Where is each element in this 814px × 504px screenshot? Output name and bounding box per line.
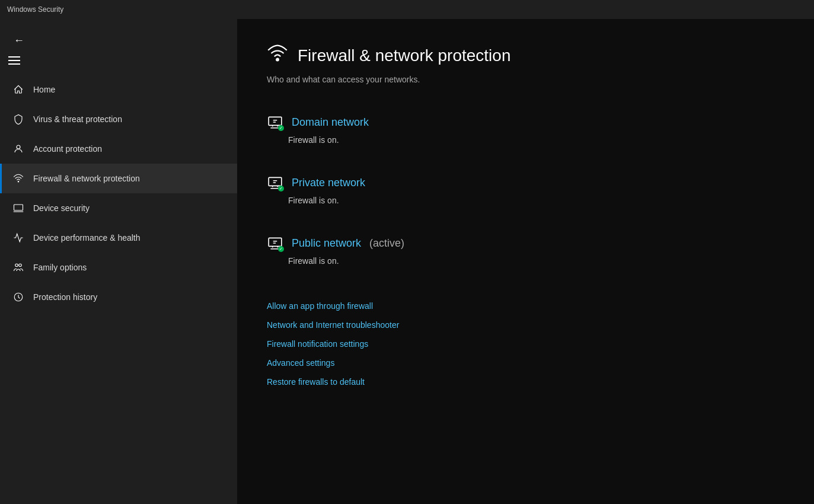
svg-point-4 <box>19 264 22 267</box>
public-network-icon: ✓ <box>267 235 283 251</box>
notification-settings-link[interactable]: Firewall notification settings <box>267 339 784 349</box>
svg-point-0 <box>17 145 20 149</box>
public-network-active-badge: (active) <box>369 237 404 250</box>
sidebar-item-firewall[interactable]: Firewall & network protection <box>0 164 237 193</box>
family-icon <box>12 261 25 274</box>
sidebar-item-account-label: Account protection <box>33 144 102 154</box>
sidebar-item-home[interactable]: Home <box>0 75 237 104</box>
svg-point-6 <box>276 59 279 61</box>
page-header: Firewall & network protection <box>267 43 784 69</box>
hamburger-line-3 <box>8 63 20 65</box>
troubleshooter-link[interactable]: Network and Internet troubleshooter <box>267 320 784 330</box>
sidebar-item-firewall-label: Firewall & network protection <box>33 174 140 183</box>
allow-app-link[interactable]: Allow an app through firewall <box>267 301 784 311</box>
sidebar-item-virus-label: Virus & threat protection <box>33 114 122 124</box>
sidebar-item-history[interactable]: Protection history <box>0 282 237 312</box>
sidebar-item-history-label: Protection history <box>33 292 97 302</box>
sidebar-item-virus[interactable]: Virus & threat protection <box>0 104 237 134</box>
svg-rect-7 <box>269 117 282 125</box>
nav-items: Home Virus & threat protection Acco <box>0 75 237 312</box>
public-network-header: ✓ Public network (active) <box>267 235 784 251</box>
sidebar-top: ← <box>0 24 237 57</box>
page-title: Firewall & network protection <box>298 46 510 65</box>
advanced-settings-link[interactable]: Advanced settings <box>267 358 784 368</box>
page-icon <box>267 43 288 69</box>
title-bar: Windows Security <box>0 0 814 19</box>
laptop-icon <box>12 202 25 215</box>
sidebar-item-account[interactable]: Account protection <box>0 134 237 164</box>
home-icon <box>12 83 25 96</box>
shield-icon <box>12 113 25 126</box>
content-area: Firewall & network protection Who and wh… <box>237 19 814 504</box>
sidebar-item-family[interactable]: Family options <box>0 253 237 282</box>
svg-point-1 <box>18 181 19 183</box>
svg-rect-8 <box>269 177 282 186</box>
domain-network-card: ✓ Domain network Firewall is on. <box>267 108 784 151</box>
sidebar-item-device-health-label: Device performance & health <box>33 233 141 243</box>
svg-rect-9 <box>269 238 282 246</box>
sidebar-item-home-label: Home <box>33 85 55 94</box>
private-network-card: ✓ Private network Firewall is on. <box>267 168 784 211</box>
domain-network-status: Firewall is on. <box>288 135 784 145</box>
sidebar-item-family-label: Family options <box>33 263 87 272</box>
back-button[interactable]: ← <box>9 31 28 50</box>
page-subtitle: Who and what can access your networks. <box>267 75 784 84</box>
private-network-header: ✓ Private network <box>267 174 784 191</box>
private-network-status: Firewall is on. <box>288 196 784 205</box>
links-section: Allow an app through firewall Network an… <box>267 301 784 387</box>
person-icon <box>12 142 25 155</box>
svg-point-3 <box>15 264 18 267</box>
public-network-card: ✓ Public network (active) Firewall is on… <box>267 229 784 272</box>
hamburger-line-2 <box>8 60 20 61</box>
public-network-status: Firewall is on. <box>288 256 784 266</box>
history-icon <box>12 291 25 304</box>
sidebar-item-device-security[interactable]: Device security <box>0 193 237 223</box>
heart-monitor-icon <box>12 231 25 244</box>
domain-network-link[interactable]: Domain network <box>292 116 369 129</box>
main-layout: ← Home <box>0 19 814 504</box>
wifi-icon <box>12 172 25 185</box>
sidebar: ← Home <box>0 19 237 504</box>
sidebar-item-device-security-label: Device security <box>33 203 90 213</box>
hamburger-menu-button[interactable] <box>5 51 24 70</box>
sidebar-item-device-health[interactable]: Device performance & health <box>0 223 237 253</box>
svg-rect-2 <box>14 205 23 210</box>
private-network-icon: ✓ <box>267 174 283 191</box>
private-network-link[interactable]: Private network <box>292 177 365 189</box>
hamburger-line-1 <box>8 56 20 58</box>
public-network-link[interactable]: Public network <box>292 237 361 250</box>
app-title: Windows Security <box>7 5 63 14</box>
domain-network-icon: ✓ <box>267 114 283 130</box>
restore-default-link[interactable]: Restore firewalls to default <box>267 377 784 387</box>
domain-network-header: ✓ Domain network <box>267 114 784 130</box>
